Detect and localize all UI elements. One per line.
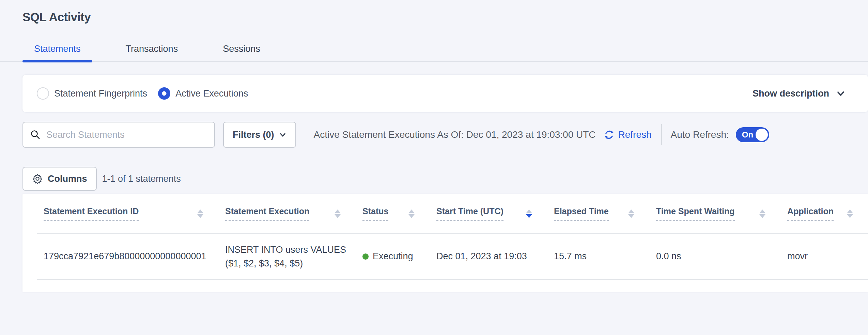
- column-header-status[interactable]: Status: [356, 194, 430, 233]
- table-row[interactable]: 179cca7921e679b80000000000000001 INSERT …: [37, 233, 868, 279]
- cell-elapsed-time: 15.7 ms: [547, 233, 649, 279]
- column-header-elapsed-time[interactable]: Elapsed Time: [547, 194, 649, 233]
- search-icon: [30, 129, 41, 140]
- auto-refresh-label: Auto Refresh:: [671, 129, 729, 140]
- cell-statement[interactable]: INSERT INTO users VALUES ($1, $2, $3, $4…: [218, 233, 356, 279]
- column-header-time-spent-waiting[interactable]: Time Spent Waiting: [649, 194, 780, 233]
- sort-arrows-icon[interactable]: [759, 209, 765, 218]
- page-header: SQL Activity: [0, 0, 868, 24]
- toggle-knob[interactable]: [756, 129, 768, 141]
- refresh-icon: [603, 129, 615, 141]
- filters-label: Filters (0): [233, 130, 274, 140]
- search-box[interactable]: [22, 122, 215, 148]
- toggle-state-label: On: [742, 130, 753, 140]
- tab-transactions[interactable]: Transactions: [114, 44, 190, 61]
- result-count: 1-1 of 1 statements: [102, 174, 181, 184]
- status-label: Executing: [373, 251, 413, 262]
- tab-bar: Statements Transactions Sessions: [0, 44, 868, 62]
- cell-status: Executing: [356, 233, 430, 279]
- radio-label: Statement Fingerprints: [54, 88, 147, 99]
- radio-active-executions[interactable]: Active Executions: [158, 87, 248, 100]
- column-header-statement-execution[interactable]: Statement Execution: [218, 194, 356, 233]
- radio-label: Active Executions: [175, 88, 248, 99]
- radio-unselected-icon[interactable]: [37, 87, 49, 100]
- sort-arrows-icon[interactable]: [197, 209, 203, 218]
- columns-button[interactable]: Columns: [22, 167, 97, 191]
- cell-start-time: Dec 01, 2023 at 19:03: [430, 233, 547, 279]
- chevron-down-icon: [836, 89, 846, 98]
- as-of-timestamp: Active Statement Executions As Of: Dec 0…: [314, 129, 596, 140]
- refresh-button[interactable]: Refresh: [603, 129, 652, 141]
- search-input[interactable]: [46, 130, 207, 140]
- sort-arrows-icon[interactable]: [335, 209, 341, 218]
- tab-statements[interactable]: Statements: [22, 44, 92, 61]
- controls-row: Filters (0) Active Statement Executions …: [22, 122, 868, 148]
- auto-refresh-toggle[interactable]: On: [736, 127, 769, 142]
- statements-table-card: Statement Execution ID Statement Executi…: [22, 194, 868, 292]
- filters-button[interactable]: Filters (0): [223, 122, 296, 148]
- show-description-toggle[interactable]: Show description: [753, 88, 846, 99]
- column-header-application[interactable]: Application: [780, 194, 868, 233]
- cell-application: movr: [780, 233, 868, 279]
- sort-arrows-icon[interactable]: [408, 209, 415, 218]
- column-header-start-time[interactable]: Start Time (UTC): [430, 194, 547, 233]
- radio-selected-icon[interactable]: [158, 87, 170, 100]
- show-description-label: Show description: [753, 88, 829, 99]
- columns-button-label: Columns: [48, 174, 87, 184]
- table-toolbar: Columns 1-1 of 1 statements: [22, 167, 868, 191]
- sort-arrows-icon[interactable]: [628, 209, 634, 218]
- view-mode-card: Statement Fingerprints Active Executions…: [22, 75, 868, 112]
- sort-arrows-icon[interactable]: [847, 209, 853, 218]
- status-dot-icon: [362, 253, 369, 260]
- sort-arrows-icon[interactable]: [526, 209, 532, 218]
- refresh-label: Refresh: [618, 129, 652, 140]
- chevron-down-icon: [279, 131, 286, 139]
- page-title: SQL Activity: [22, 10, 868, 24]
- cell-time-spent-waiting: 0.0 ns: [649, 233, 780, 279]
- statements-table: Statement Execution ID Statement Executi…: [37, 194, 868, 280]
- column-header-statement-execution-id[interactable]: Statement Execution ID: [37, 194, 218, 233]
- gear-icon: [32, 173, 43, 184]
- cell-execution-id: 179cca7921e679b80000000000000001: [37, 233, 218, 279]
- radio-statement-fingerprints[interactable]: Statement Fingerprints: [37, 87, 147, 100]
- vertical-divider: [661, 124, 662, 145]
- table-header-row: Statement Execution ID Statement Executi…: [37, 194, 868, 233]
- tab-sessions[interactable]: Sessions: [211, 44, 272, 61]
